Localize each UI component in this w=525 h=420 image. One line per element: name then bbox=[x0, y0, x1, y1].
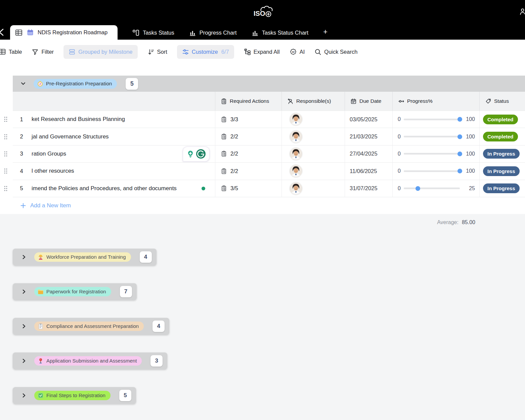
collapsed-group-bar[interactable]: Paperwork for Registration 7 bbox=[13, 283, 137, 300]
tab-progress-chart[interactable]: Progress Chart bbox=[189, 29, 237, 36]
progress-knob[interactable] bbox=[457, 169, 462, 173]
collapse-sidebar-icon[interactable] bbox=[0, 27, 6, 37]
milestone-title: Pre-Registration Preparation bbox=[46, 81, 112, 87]
status-badge: Completed bbox=[483, 115, 518, 124]
due-date-cell[interactable]: 31/07/2025 bbox=[345, 180, 392, 197]
avatar[interactable] bbox=[289, 164, 303, 178]
responsible-cell[interactable] bbox=[281, 145, 345, 162]
avatar[interactable] bbox=[289, 130, 303, 143]
collapsed-group-bar[interactable]: Compliance and Assessment Preparation 4 bbox=[13, 318, 169, 335]
due-date-cell[interactable]: 11/06/2025 bbox=[345, 163, 392, 179]
quick-search-button[interactable]: Quick Search bbox=[314, 48, 357, 55]
progress-knob[interactable] bbox=[457, 117, 462, 122]
progress-value: 100 bbox=[463, 116, 475, 122]
progress-cell[interactable]: 0 100 bbox=[392, 145, 479, 162]
progress-slider[interactable] bbox=[404, 170, 460, 172]
row-number: 2 bbox=[13, 128, 30, 145]
drag-handle-icon[interactable] bbox=[4, 185, 8, 192]
progress-slider[interactable] bbox=[404, 119, 460, 120]
add-new-item-button[interactable]: Add a New Item bbox=[13, 197, 525, 214]
required-actions-cell[interactable]: 2/2 bbox=[215, 163, 281, 179]
progress-cell[interactable]: 0 100 bbox=[392, 111, 479, 128]
chevron-right-icon[interactable] bbox=[21, 254, 27, 260]
tab-ndis-registration-roadmap[interactable]: NDIS Registration Roadmap bbox=[10, 25, 118, 40]
due-date-cell[interactable]: 03/05/2025 bbox=[345, 111, 392, 128]
status-cell[interactable]: In Progress bbox=[479, 145, 525, 162]
progress-slider[interactable] bbox=[404, 136, 460, 137]
status-cell[interactable]: Completed bbox=[479, 111, 525, 128]
task-name-cell[interactable]: l other resources bbox=[30, 163, 215, 179]
responsible-cell[interactable] bbox=[281, 111, 345, 128]
view-type-table-button[interactable]: Table bbox=[0, 48, 22, 55]
chevron-right-icon[interactable] bbox=[21, 358, 27, 364]
due-date-cell[interactable]: 27/04/2025 bbox=[345, 145, 392, 162]
chevron-right-icon[interactable] bbox=[21, 392, 27, 398]
average-summary[interactable]: Average:85.00 bbox=[437, 219, 475, 225]
avatar[interactable] bbox=[289, 182, 303, 195]
due-date-column-header[interactable]: Due Date bbox=[345, 92, 392, 111]
status-cell[interactable]: In Progress bbox=[479, 163, 525, 179]
task-name-cell[interactable]: ration Groups bbox=[30, 145, 215, 162]
progress-slider[interactable] bbox=[404, 187, 460, 189]
column-label: Progress% bbox=[407, 98, 433, 104]
due-date-value: 27/04/2025 bbox=[350, 151, 378, 157]
group-count-badge: 4 bbox=[140, 251, 152, 263]
collapsed-group-bar[interactable]: Application Submission and Assessment 3 bbox=[13, 352, 167, 369]
task-name-cell[interactable]: imend the Policies and Procedures, and o… bbox=[30, 180, 215, 197]
progress-column-header[interactable]: Progress% bbox=[392, 92, 479, 111]
status-cell[interactable]: Completed bbox=[479, 128, 525, 145]
required-actions-column-header[interactable]: Required Actions bbox=[215, 92, 281, 111]
grouped-by-milestone-button[interactable]: Grouped by Milestone bbox=[63, 45, 137, 59]
chevron-right-icon[interactable] bbox=[21, 289, 27, 295]
sort-button[interactable]: Sort bbox=[147, 48, 167, 55]
progress-cell[interactable]: 0 25 bbox=[392, 180, 479, 197]
progress-knob[interactable] bbox=[457, 152, 462, 156]
required-actions-cell[interactable]: 3/5 bbox=[215, 180, 281, 197]
filter-button[interactable]: Filter bbox=[32, 48, 54, 55]
collapsed-group-bar[interactable]: Final Steps to Registration 5 bbox=[13, 387, 136, 404]
drag-handle-icon[interactable] bbox=[4, 133, 8, 140]
progress-min-label: 0 bbox=[398, 151, 401, 157]
tab-tasks-status-chart[interactable]: Tasks Status Chart bbox=[252, 29, 308, 36]
due-date-value: 03/05/2025 bbox=[350, 116, 378, 123]
add-view-tab-button[interactable]: + bbox=[323, 28, 327, 36]
task-name-cell[interactable]: jal and Governance Structures bbox=[30, 128, 215, 145]
collapsed-group-bar[interactable]: Workforce Preparation and Training 4 bbox=[13, 249, 157, 265]
group-header-pre-registration[interactable]: Pre-Registration Preparation 5 bbox=[13, 76, 525, 92]
grammarly-g-icon bbox=[195, 149, 206, 159]
chevron-right-icon[interactable] bbox=[21, 323, 27, 329]
group-count-badge: 5 bbox=[119, 390, 131, 401]
progress-knob[interactable] bbox=[415, 186, 420, 191]
responsible-cell[interactable] bbox=[281, 163, 345, 179]
group-count-badge: 3 bbox=[150, 355, 163, 367]
expand-all-button[interactable]: Expand All bbox=[244, 48, 280, 55]
drag-handle-icon[interactable] bbox=[4, 168, 8, 174]
grammarly-widget[interactable] bbox=[183, 146, 210, 162]
avatar[interactable] bbox=[289, 113, 303, 126]
progress-cell[interactable]: 0 100 bbox=[392, 163, 479, 179]
add-user-icon[interactable] bbox=[519, 7, 525, 16]
status-cell[interactable]: In Progress bbox=[479, 180, 525, 197]
required-actions-cell[interactable]: 2/2 bbox=[215, 145, 281, 162]
tab-label: Progress Chart bbox=[200, 30, 237, 36]
tab-tasks-status[interactable]: Tasks Status bbox=[132, 29, 174, 36]
ai-button[interactable]: AI AI bbox=[290, 48, 305, 55]
drag-handle-icon[interactable] bbox=[4, 151, 8, 157]
avatar[interactable] bbox=[289, 147, 303, 161]
task-name-cell[interactable]: ket Research and Business Planning bbox=[30, 111, 215, 128]
progress-knob[interactable] bbox=[457, 134, 462, 139]
due-date-cell[interactable]: 21/03/2025 bbox=[345, 128, 392, 145]
required-actions-value: 2/2 bbox=[230, 133, 238, 140]
responsible-cell[interactable] bbox=[281, 180, 345, 197]
responsible-cell[interactable] bbox=[281, 128, 345, 145]
status-column-header[interactable]: Status bbox=[479, 92, 525, 111]
chevron-down-icon[interactable] bbox=[20, 81, 26, 87]
drag-handle-icon[interactable] bbox=[4, 116, 8, 123]
customize-button[interactable]: Customize 6/7 bbox=[177, 45, 234, 59]
required-actions-cell[interactable]: 3/3 bbox=[215, 111, 281, 128]
responsibles-column-header[interactable]: Responsible(s) bbox=[281, 92, 345, 111]
required-actions-cell[interactable]: 2/2 bbox=[215, 128, 281, 145]
progress-slider[interactable] bbox=[404, 153, 460, 155]
progress-cell[interactable]: 0 100 bbox=[392, 128, 479, 145]
view-tab-bar: NDIS Registration Roadmap Tasks Status P… bbox=[0, 25, 525, 40]
